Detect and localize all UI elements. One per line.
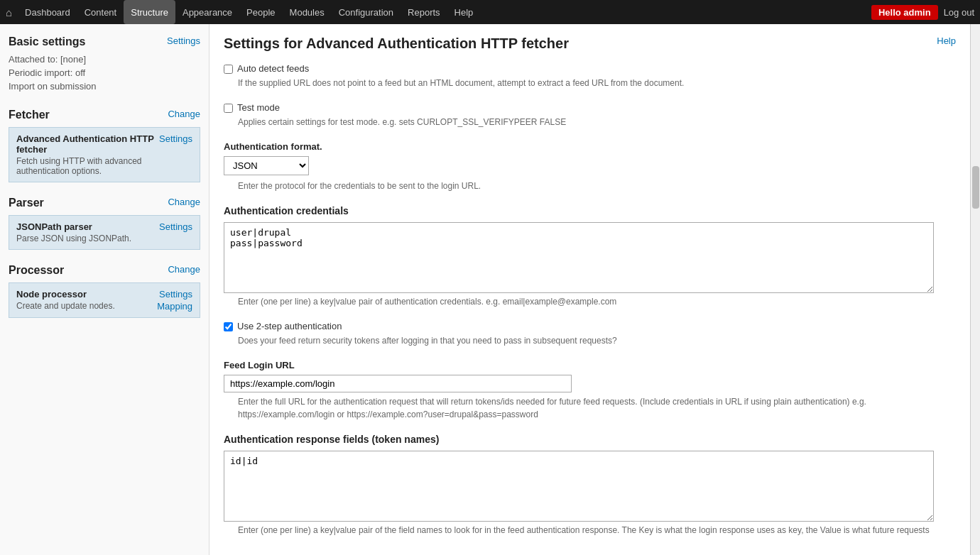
auth-credentials-section: Authentication credentials user|drupal p…	[224, 205, 956, 308]
main-content: Help Settings for Advanced Authenticatio…	[209, 24, 970, 555]
attached-to-info: Attached to: [none]	[9, 54, 200, 65]
auth-credentials-textarea[interactable]: user|drupal pass|password	[224, 222, 934, 293]
parser-settings-link[interactable]: Settings	[159, 221, 192, 232]
top-nav: ⌂ Dashboard Content Structure Appearance…	[0, 0, 980, 24]
scrollbar-thumb	[972, 166, 979, 209]
auth-response-textarea[interactable]: id|id	[224, 451, 934, 522]
nav-item-configuration[interactable]: Configuration	[332, 0, 401, 24]
auth-format-description: Enter the protocol for the credentials t…	[238, 180, 956, 192]
use-2step-section: Use 2-step authentication Does your feed…	[224, 321, 956, 347]
sidebar-fetcher: Change Fetcher Settings Advanced Authent…	[9, 109, 200, 182]
fetcher-change-link[interactable]: Change	[168, 109, 200, 119]
feed-login-url-description: Enter the full URL for the authenticatio…	[238, 395, 956, 421]
feed-login-url-input[interactable]	[224, 375, 572, 392]
test-mode-row: Test mode	[224, 102, 956, 113]
nav-item-people[interactable]: People	[239, 0, 282, 24]
page-title: Settings for Advanced Authentication HTT…	[224, 35, 956, 52]
import-on-submission-info: Import on submission	[9, 81, 200, 92]
test-mode-label[interactable]: Test mode	[237, 102, 280, 113]
auth-format-section: Authentication format. JSON XML Form Ent…	[224, 141, 956, 192]
nav-item-structure[interactable]: Structure	[124, 0, 175, 24]
auto-detect-description: If the supplied URL does not point to a …	[238, 77, 956, 89]
logout-link[interactable]: Log out	[944, 7, 974, 18]
feed-login-url-label: Feed Login URL	[224, 360, 956, 370]
auth-format-select[interactable]: JSON XML Form	[224, 156, 309, 175]
auto-detect-section: Auto detect feeds If the supplied URL do…	[224, 63, 956, 89]
periodic-import-info: Periodic import: off	[9, 67, 200, 78]
fetcher-item: Settings Advanced Authentication HTTP fe…	[9, 127, 200, 182]
processor-item: Settings Mapping Node processor Create a…	[9, 282, 200, 318]
auth-credentials-description: Enter (one per line) a key|value pair of…	[238, 295, 956, 308]
nav-items: Dashboard Content Structure Appearance P…	[18, 0, 871, 24]
fetcher-item-links: Settings	[159, 133, 192, 144]
nav-item-appearance[interactable]: Appearance	[175, 0, 239, 24]
help-link[interactable]: Help	[937, 35, 956, 46]
test-mode-checkbox[interactable]	[224, 104, 233, 113]
use-2step-label[interactable]: Use 2-step authentication	[237, 321, 342, 331]
auth-format-select-wrapper: JSON XML Form	[224, 156, 956, 175]
processor-mapping-link[interactable]: Mapping	[157, 301, 192, 312]
sidebar: Settings Basic settings Attached to: [no…	[0, 24, 209, 555]
scrollbar[interactable]	[970, 24, 980, 555]
fetcher-settings-link[interactable]: Settings	[159, 133, 192, 144]
auth-response-label: Authentication response fields (token na…	[224, 434, 956, 445]
nav-item-dashboard[interactable]: Dashboard	[18, 0, 77, 24]
sidebar-processor: Change Processor Settings Mapping Node p…	[9, 264, 200, 318]
parser-change-link[interactable]: Change	[168, 197, 200, 207]
auto-detect-label[interactable]: Auto detect feeds	[237, 63, 309, 74]
parser-item-desc: Parse JSON using JSONPath.	[16, 233, 192, 243]
hello-badge[interactable]: Hello admin	[871, 5, 938, 20]
nav-right: Hello admin Log out	[871, 5, 974, 20]
auth-format-label: Authentication format.	[224, 141, 956, 152]
processor-item-links: Settings Mapping	[157, 289, 192, 312]
auth-credentials-label: Authentication credentials	[224, 205, 956, 216]
sidebar-basic-settings: Settings Basic settings Attached to: [no…	[9, 35, 200, 94]
feed-login-url-section: Feed Login URL Enter the full URL for th…	[224, 360, 956, 421]
auth-response-description: Enter (one per line) a key|value pair of…	[238, 524, 956, 537]
hello-label: Hello	[878, 7, 903, 18]
use-2step-description: Does your feed return security tokens af…	[238, 334, 956, 347]
use-2step-checkbox[interactable]	[224, 322, 233, 331]
title-row: Help Settings for Advanced Authenticatio…	[224, 35, 956, 63]
parser-item-links: Settings	[159, 221, 192, 232]
auth-response-section: Authentication response fields (token na…	[224, 434, 956, 537]
fetcher-item-desc: Fetch using HTTP with advanced authentic…	[16, 156, 192, 176]
test-mode-description: Applies certain settings for test mode. …	[238, 116, 956, 128]
home-icon[interactable]: ⌂	[6, 6, 12, 18]
sidebar-parser: Change Parser Settings JSONPath parser P…	[9, 197, 200, 250]
nav-item-help[interactable]: Help	[447, 0, 481, 24]
nav-item-reports[interactable]: Reports	[401, 0, 447, 24]
nav-item-modules[interactable]: Modules	[283, 0, 332, 24]
basic-settings-link[interactable]: Settings	[167, 35, 200, 46]
use-2step-row: Use 2-step authentication	[224, 321, 956, 331]
test-mode-section: Test mode Applies certain settings for t…	[224, 102, 956, 128]
auto-detect-checkbox[interactable]	[224, 65, 233, 74]
processor-settings-link[interactable]: Settings	[159, 289, 192, 300]
admin-name: admin	[903, 7, 930, 18]
parser-item: Settings JSONPath parser Parse JSON usin…	[9, 215, 200, 250]
nav-item-content[interactable]: Content	[77, 0, 124, 24]
processor-change-link[interactable]: Change	[168, 264, 200, 275]
auto-detect-row: Auto detect feeds	[224, 63, 956, 74]
page-layout: Settings Basic settings Attached to: [no…	[0, 24, 980, 555]
